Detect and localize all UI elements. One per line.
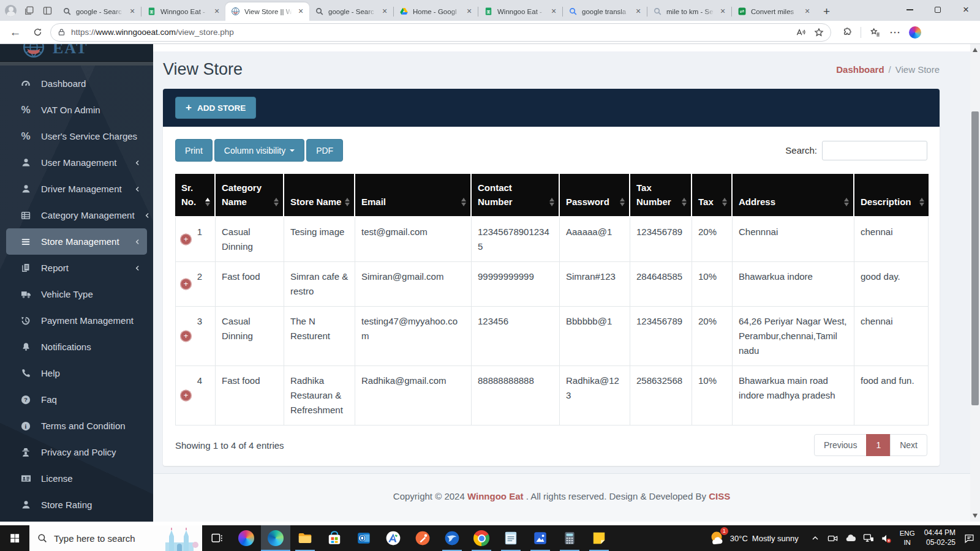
scrollbar-thumb[interactable] bbox=[971, 111, 979, 405]
brand-link[interactable]: Winngoo Eat bbox=[467, 491, 524, 501]
extensions-icon[interactable] bbox=[841, 27, 852, 38]
restore-button[interactable] bbox=[924, 0, 952, 20]
scroll-down-icon[interactable] bbox=[973, 514, 978, 518]
app-logo[interactable]: EAT bbox=[0, 44, 153, 61]
tab-close-icon[interactable]: × bbox=[296, 7, 306, 17]
scroll-up-icon[interactable] bbox=[973, 48, 978, 52]
sidebar-item-privacy-and-policy[interactable]: Privacy and Policy bbox=[6, 439, 147, 465]
meet-now-icon[interactable] bbox=[827, 532, 839, 544]
sidebar-item-user-s-service-charges[interactable]: %User's Service Charges bbox=[6, 123, 147, 149]
collections-icon[interactable] bbox=[23, 4, 35, 17]
expand-row-button[interactable]: + bbox=[180, 234, 192, 246]
browser-tab[interactable]: Winngoo Eat -× bbox=[478, 2, 562, 21]
tab-close-icon[interactable]: × bbox=[127, 7, 137, 17]
page-1-button[interactable]: 1 bbox=[866, 434, 891, 456]
taskbar-photos-icon[interactable] bbox=[526, 525, 555, 551]
taskbar-calculator-icon[interactable] bbox=[555, 525, 584, 551]
taskbar-ms-store-icon[interactable] bbox=[320, 525, 349, 551]
column-header[interactable]: Description bbox=[854, 174, 929, 217]
browser-tab[interactable]: mile to km - Se× bbox=[647, 2, 731, 21]
onedrive-cloud-icon[interactable] bbox=[845, 532, 857, 544]
column-header[interactable]: Email bbox=[355, 174, 472, 217]
tab-close-icon[interactable]: × bbox=[464, 7, 474, 17]
sidebar-item-dashboard[interactable]: Dashboard bbox=[6, 70, 147, 97]
hidden-icons-chevron[interactable] bbox=[809, 532, 821, 544]
taskbar-search[interactable] bbox=[29, 525, 202, 551]
tab-actions-icon[interactable] bbox=[41, 4, 53, 17]
read-aloud-icon[interactable] bbox=[795, 27, 806, 38]
weather-widget[interactable]: 1 30°C Mostly sunny bbox=[709, 530, 804, 547]
next-page-button[interactable]: Next bbox=[890, 434, 927, 456]
favorites-bar-icon[interactable] bbox=[870, 27, 881, 38]
sidebar-item-faq[interactable]: ?Faq bbox=[6, 386, 147, 413]
back-button[interactable]: ← bbox=[6, 23, 24, 42]
column-header[interactable]: Store Name bbox=[284, 174, 355, 217]
browser-tab[interactable]: google - Searc× bbox=[57, 2, 141, 21]
refresh-button[interactable] bbox=[28, 23, 47, 42]
minimize-button[interactable] bbox=[895, 0, 924, 20]
tab-close-icon[interactable]: × bbox=[633, 7, 643, 17]
column-header[interactable]: Sr. No. bbox=[175, 174, 216, 217]
tab-close-icon[interactable]: × bbox=[718, 7, 728, 17]
more-menu-icon[interactable]: ⋯ bbox=[889, 26, 900, 39]
column-visibility-button[interactable]: Column visibility bbox=[214, 139, 304, 162]
copilot-icon[interactable] bbox=[909, 26, 921, 39]
column-header[interactable]: Tax bbox=[692, 174, 733, 217]
sidebar-item-terms-and-condition[interactable]: iTerms and Condition bbox=[6, 413, 147, 439]
network-icon[interactable] bbox=[862, 532, 875, 544]
tab-close-icon[interactable]: × bbox=[212, 7, 222, 17]
browser-tab[interactable]: Home - Googl× bbox=[394, 2, 478, 21]
column-header[interactable]: Password bbox=[560, 174, 630, 217]
taskbar-copilot-icon[interactable] bbox=[232, 525, 261, 551]
taskbar-file-explorer-icon[interactable] bbox=[290, 525, 320, 551]
add-store-button[interactable]: + ADD STORE bbox=[175, 97, 256, 119]
taskbar-task-view-icon[interactable] bbox=[202, 525, 232, 551]
browser-tab[interactable]: View Store || W× bbox=[225, 2, 309, 21]
sidebar-item-payment-management[interactable]: Payment Management bbox=[6, 307, 147, 334]
sidebar-item-vat-on-admin[interactable]: %VAT On Admin bbox=[6, 97, 147, 123]
sidebar-item-vehicle-type[interactable]: Vehicle Type bbox=[6, 281, 147, 307]
taskbar-search-input[interactable] bbox=[54, 533, 152, 544]
taskbar-chrome-icon[interactable] bbox=[467, 525, 496, 551]
sidebar-item-help[interactable]: Help bbox=[6, 360, 147, 386]
taskbar-edge-icon[interactable] bbox=[261, 525, 290, 551]
breadcrumb-dashboard-link[interactable]: Dashboard bbox=[836, 64, 884, 75]
column-header[interactable]: Address bbox=[733, 174, 854, 217]
browser-scrollbar[interactable] bbox=[970, 44, 980, 522]
taskbar-thunderbird-icon[interactable] bbox=[437, 525, 467, 551]
sidebar-item-category-management[interactable]: Category Management bbox=[6, 202, 147, 228]
pdf-button[interactable]: PDF bbox=[306, 139, 343, 162]
column-header[interactable]: Category Name bbox=[216, 174, 284, 217]
taskbar-app-a-icon[interactable] bbox=[379, 525, 408, 551]
taskbar-notepad-icon[interactable] bbox=[496, 525, 526, 551]
sidebar-item-report[interactable]: Report bbox=[6, 255, 147, 281]
expand-row-button[interactable]: + bbox=[180, 331, 192, 342]
sidebar-item-store-rating[interactable]: Store Rating bbox=[6, 492, 147, 518]
close-button[interactable]: × bbox=[952, 0, 980, 20]
browser-tab[interactable]: Winngoo Eat -× bbox=[141, 2, 225, 21]
taskbar-sticky-notes-icon[interactable] bbox=[584, 525, 614, 551]
clock[interactable]: 04:44 PM05-02-25 bbox=[922, 528, 957, 547]
tab-close-icon[interactable]: × bbox=[380, 7, 390, 17]
sidebar-item-store-management[interactable]: Store Management bbox=[6, 228, 147, 255]
taskbar-postman-icon[interactable] bbox=[408, 525, 437, 551]
sidebar-item-license[interactable]: License bbox=[6, 465, 147, 492]
favorite-star-icon[interactable] bbox=[813, 27, 824, 38]
table-search-input[interactable] bbox=[822, 141, 927, 160]
sidebar-item-notifications[interactable]: Notifications bbox=[6, 334, 147, 360]
tab-close-icon[interactable]: × bbox=[549, 7, 559, 17]
volume-muted-icon[interactable] bbox=[880, 532, 892, 544]
browser-tab[interactable]: Convert miles× bbox=[732, 2, 816, 21]
action-center-icon[interactable] bbox=[963, 532, 975, 544]
print-button[interactable]: Print bbox=[175, 139, 213, 162]
column-header[interactable]: Contact Number bbox=[472, 174, 560, 217]
expand-row-button[interactable]: + bbox=[180, 279, 192, 290]
start-button[interactable] bbox=[0, 525, 29, 551]
url-field[interactable]: https://www.winngooeat.com/view_store.ph… bbox=[50, 23, 831, 42]
column-header[interactable]: Tax Number bbox=[630, 174, 692, 217]
developer-link[interactable]: CISS bbox=[709, 491, 730, 501]
expand-row-button[interactable]: + bbox=[180, 390, 192, 402]
taskbar-outlook-icon[interactable] bbox=[349, 525, 379, 551]
sidebar-item-user-management[interactable]: User Management bbox=[6, 149, 147, 176]
browser-tab[interactable]: google - Searc× bbox=[309, 2, 393, 21]
